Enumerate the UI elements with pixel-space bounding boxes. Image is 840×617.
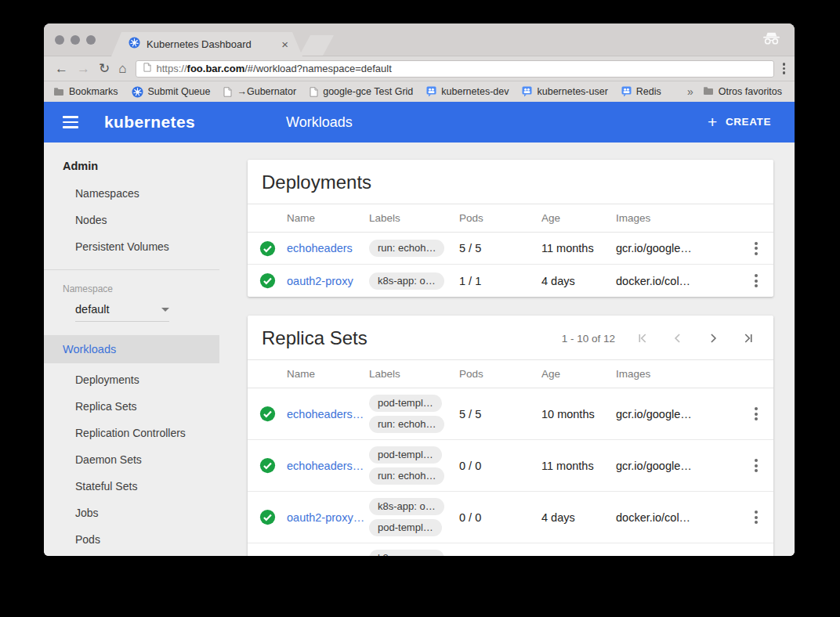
app-header: kubernetes Workloads + CREATE (44, 102, 795, 143)
main-content: Deployments NameLabelsPodsAgeImages echo… (219, 143, 795, 556)
forward-icon[interactable]: → (77, 62, 90, 75)
sidebar-item-persistent-volumes[interactable]: Persistent Volumes (44, 233, 219, 260)
pagination-range: 1 - 10 of 12 (562, 333, 615, 345)
sidebar-item-replication-controllers[interactable]: Replication Controllers (44, 420, 219, 446)
page-icon (223, 87, 232, 97)
row-menu-icon[interactable] (751, 507, 761, 527)
sidebar-item-nodes[interactable]: Nodes (44, 207, 219, 233)
column-header-name: Name (287, 212, 369, 224)
bookmarks-overflow-icon[interactable]: » (684, 85, 697, 98)
row-menu-icon[interactable] (751, 239, 761, 258)
bookmark-submit-queue[interactable]: Submit Queue (132, 86, 211, 98)
folder-icon (703, 86, 714, 98)
column-header-pods: Pods (459, 368, 541, 380)
back-icon[interactable]: ← (55, 62, 68, 75)
bookmark-kubernetes-dev[interactable]: kubernetes-dev (426, 86, 509, 97)
sidebar-item-replica-sets[interactable]: Replica Sets (44, 393, 219, 420)
images-cell: docker.io/col… (616, 275, 739, 287)
first-page-icon[interactable] (635, 330, 650, 346)
incognito-icon (762, 31, 780, 48)
resource-link[interactable]: oauth2-proxy… (287, 511, 369, 524)
chevron-down-icon (161, 308, 169, 312)
namespace-select[interactable]: default (75, 303, 169, 322)
last-page-icon[interactable] (740, 330, 756, 346)
column-header-labels: Labels (369, 368, 459, 380)
images-cell: gcr.io/google… (616, 460, 739, 472)
label-chip: k8s-app: o… (369, 550, 444, 556)
images-cell: gcr.io/google… (616, 242, 739, 254)
row-menu-icon[interactable] (751, 456, 761, 475)
create-button[interactable]: + CREATE (703, 110, 776, 135)
sidebar-item-daemon-sets[interactable]: Daemon Sets (44, 446, 219, 473)
pods-cell: 0 / 0 (459, 460, 541, 472)
kubernetes-icon (132, 86, 143, 98)
url-host: foo.bar.com (187, 63, 245, 74)
group-icon (426, 86, 436, 97)
table-header: NameLabelsPodsAgeImages (248, 359, 773, 388)
sidebar-item-deployments[interactable]: Deployments (44, 366, 219, 393)
label-chip: pod-templ… (369, 446, 442, 464)
browser-tab[interactable]: Kubernetes Dashboard × (111, 32, 302, 56)
next-page-icon[interactable] (705, 330, 721, 346)
sidebar-item-namespaces[interactable]: Namespaces (44, 180, 219, 207)
pods-cell: 5 / 5 (459, 408, 541, 420)
sidebar: Admin NamespacesNodesPersistent Volumes … (44, 143, 219, 556)
label-chip: run: echoh… (369, 240, 444, 257)
age-cell: 11 months (541, 460, 616, 472)
address-bar[interactable]: https://foo.bar.com/#/workload?namespace… (136, 60, 774, 78)
window-minimize-button[interactable] (71, 35, 80, 45)
row-menu-icon[interactable] (751, 271, 761, 290)
age-cell: 10 months (541, 408, 616, 420)
window-zoom-button[interactable] (86, 35, 96, 45)
status-ok-icon (248, 457, 287, 474)
bookmark-redis[interactable]: Redis (621, 86, 661, 97)
row-menu-icon[interactable] (751, 404, 761, 424)
bookmark--gubernator[interactable]: →Gubernator (223, 86, 296, 97)
home-icon[interactable]: ⌂ (118, 62, 126, 75)
url-path: /#/workload?namespace=default (244, 63, 392, 74)
label-chip: k8s-app: o… (369, 272, 444, 290)
hamburger-menu-icon[interactable] (63, 116, 78, 128)
column-header-name: Name (287, 368, 369, 380)
bookmark-kubernetes-user[interactable]: kubernetes-user (522, 86, 607, 97)
browser-window: Kubernetes Dashboard × ← → ↻ ⌂ (44, 23, 795, 556)
sidebar-section-admin[interactable]: Admin (44, 147, 219, 180)
browser-titlebar: Kubernetes Dashboard × (44, 23, 795, 56)
table-row: echoheadersrun: echoh…5 / 511 monthsgcr.… (248, 233, 773, 265)
browser-menu-icon[interactable] (783, 63, 786, 74)
previous-page-icon[interactable] (670, 330, 686, 346)
label-chip: k8s-app: o… (369, 498, 444, 515)
sidebar-item-stateful-sets[interactable]: Stateful Sets (44, 473, 219, 500)
tab-close-icon[interactable]: × (281, 38, 288, 50)
pagination: 1 - 10 of 12 (562, 330, 758, 346)
resource-link[interactable]: echoheaders (287, 242, 369, 254)
bookmark-bookmarks[interactable]: Bookmarks (53, 86, 118, 97)
kubernetes-favicon-icon (129, 37, 140, 52)
label-chip: run: echoh… (369, 467, 444, 485)
reload-icon[interactable]: ↻ (99, 62, 110, 75)
column-header-pods: Pods (459, 212, 541, 224)
sidebar-item-workloads[interactable]: Workloads (44, 335, 219, 363)
age-cell: 11 months (541, 242, 616, 254)
new-tab-button[interactable] (299, 35, 334, 56)
resource-link[interactable]: echoheaders… (287, 408, 369, 420)
sidebar-item-pods[interactable]: Pods (44, 526, 219, 553)
sidebar-item-jobs[interactable]: Jobs (44, 500, 219, 526)
deployments-card: Deployments NameLabelsPodsAgeImages echo… (248, 160, 773, 297)
resource-link[interactable]: oauth2-proxy (287, 275, 369, 287)
table-row: oauth2-proxyk8s-app: o…1 / 14 daysdocker… (248, 265, 773, 297)
plus-icon: + (708, 116, 718, 129)
window-close-button[interactable] (55, 35, 64, 45)
bookmark-google-gce-test-grid[interactable]: google-gce Test Grid (310, 86, 413, 97)
column-header-images: Images (616, 212, 739, 224)
images-cell: gcr.io/google… (616, 408, 739, 420)
column-header-labels: Labels (369, 212, 459, 224)
column-header-age: Age (541, 212, 616, 224)
window-controls (55, 35, 96, 45)
bookmarks-list: BookmarksSubmit Queue→Gubernatorgoogle-g… (53, 86, 661, 98)
table-row: echoheaders…pod-templ…run: echoh…5 / 510… (248, 388, 773, 440)
bookmark-folder-otros-favoritos[interactable]: Otros favoritos (703, 86, 782, 98)
page-icon (143, 63, 151, 74)
label-chip: run: echoh… (369, 416, 444, 433)
resource-link[interactable]: echoheaders… (287, 460, 369, 472)
